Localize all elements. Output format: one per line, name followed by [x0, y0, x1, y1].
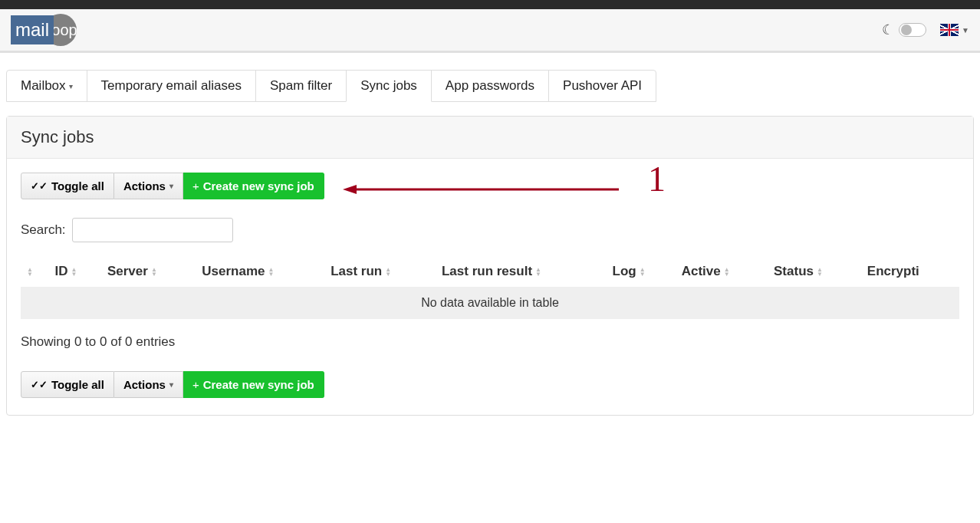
col-status[interactable]: Status▲▼: [768, 256, 861, 287]
chevron-down-icon: ▾: [69, 82, 73, 90]
check-all-icon: ✓✓: [31, 180, 48, 192]
tab-label: Mailbox: [21, 78, 66, 94]
plus-icon: +: [192, 378, 199, 391]
svg-marker-1: [343, 185, 357, 194]
browser-chrome-bar: [0, 0, 980, 9]
col-last-run-result[interactable]: Last run result▲▼: [436, 256, 607, 287]
app-header: mail coop ☾ ▼: [0, 9, 980, 53]
button-label: Create new sync job: [203, 378, 314, 391]
search-label: Search:: [21, 222, 66, 238]
flag-uk-icon: [940, 24, 959, 36]
check-all-icon: ✓✓: [31, 379, 48, 390]
col-username[interactable]: Username▲▼: [196, 256, 324, 287]
chevron-down-icon: ▼: [962, 26, 969, 35]
actions-button[interactable]: Actions ▾: [114, 173, 183, 199]
plus-icon: +: [192, 179, 199, 192]
button-label: Toggle all: [51, 378, 104, 391]
dark-mode-toggle[interactable]: [899, 23, 926, 37]
col-id[interactable]: ID▲▼: [48, 256, 100, 287]
panel-title: Sync jobs: [7, 117, 973, 159]
theme-toggle-group: ☾: [882, 21, 926, 38]
toggle-all-button[interactable]: ✓✓ Toggle all: [21, 173, 114, 199]
table-empty-message: No data available in table: [21, 287, 959, 319]
logo-text-left: mail: [11, 15, 54, 44]
toggle-all-button[interactable]: ✓✓ Toggle all: [21, 371, 114, 398]
button-label: Create new sync job: [203, 179, 314, 192]
col-encryption[interactable]: Encrypti: [861, 256, 959, 287]
tab-label: App passwords: [446, 78, 534, 94]
tab-label: Spam filter: [270, 78, 332, 94]
create-sync-job-button[interactable]: + Create new sync job: [183, 371, 324, 398]
tab-spam-filter[interactable]: Spam filter: [255, 70, 347, 102]
tab-mailbox[interactable]: Mailbox ▾: [6, 70, 87, 102]
sync-jobs-panel: Sync jobs ✓✓ Toggle all Actions ▾ + Crea…: [6, 116, 974, 416]
tab-label: Sync jobs: [360, 78, 417, 94]
create-sync-job-button[interactable]: + Create new sync job: [183, 173, 324, 199]
tabs: Mailbox ▾ Temporary email aliases Spam f…: [6, 70, 974, 102]
col-active[interactable]: Active▲▼: [676, 256, 768, 287]
logo: mail coop: [11, 14, 77, 46]
language-selector[interactable]: ▼: [940, 24, 969, 36]
button-label: Actions: [123, 378, 166, 391]
col-last-run[interactable]: Last run▲▼: [324, 256, 436, 287]
actions-button[interactable]: Actions ▾: [114, 371, 183, 398]
sync-jobs-table: ▲▼ ID▲▼ Server▲▼ Username▲▼ Last run▲▼ L…: [21, 256, 959, 319]
tab-app-passwords[interactable]: App passwords: [431, 70, 549, 102]
col-log[interactable]: Log▲▼: [607, 256, 676, 287]
button-label: Actions: [123, 179, 166, 192]
annotation-arrow: [343, 182, 619, 197]
annotation-number: 1: [648, 159, 666, 199]
tab-sync-jobs[interactable]: Sync jobs: [346, 70, 432, 102]
search-input[interactable]: [72, 218, 233, 242]
chevron-down-icon: ▾: [169, 380, 173, 389]
tab-temp-aliases[interactable]: Temporary email aliases: [87, 70, 256, 102]
tab-label: Pushover API: [563, 78, 642, 94]
button-label: Toggle all: [51, 179, 104, 192]
table-empty-row: No data available in table: [21, 287, 959, 319]
chevron-down-icon: ▾: [169, 182, 173, 190]
moon-icon: ☾: [882, 21, 894, 38]
table-showing-text: Showing 0 to 0 of 0 entries: [21, 334, 959, 350]
col-select[interactable]: ▲▼: [21, 256, 48, 287]
col-server[interactable]: Server▲▼: [101, 256, 196, 287]
tab-pushover-api[interactable]: Pushover API: [548, 70, 656, 102]
tab-label: Temporary email aliases: [101, 78, 242, 94]
